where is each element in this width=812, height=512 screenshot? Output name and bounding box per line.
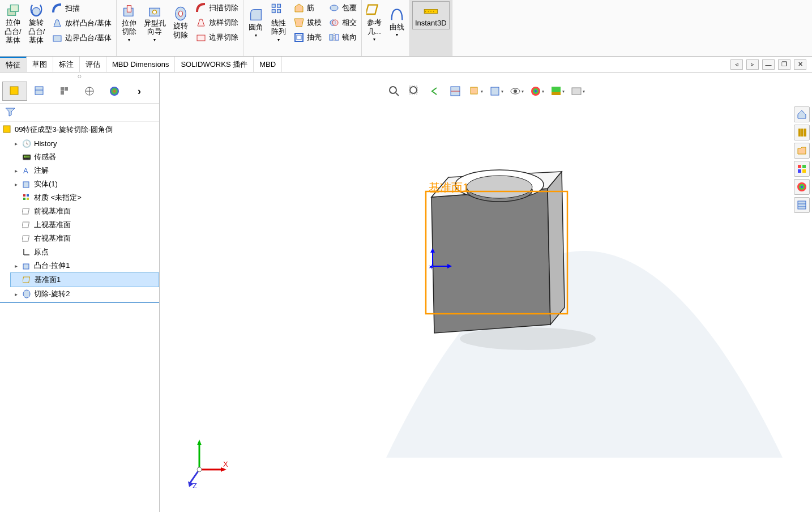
tab-annotate[interactable]: 标注 <box>53 57 80 72</box>
tree-history[interactable]: ▸🕓History <box>10 136 159 150</box>
tree-cut-revolve2[interactable]: ▸切除-旋转2 <box>10 287 159 301</box>
tree-annotations[interactable]: ▸A注解 <box>10 164 159 177</box>
previous-view-button[interactable] <box>428 84 442 99</box>
tree-material[interactable]: 材质 <未指定> <box>10 191 159 204</box>
shell-button[interactable]: 抽壳 <box>291 31 324 44</box>
view-palette-button[interactable] <box>794 161 810 177</box>
next-window-button[interactable]: ▹ <box>746 59 759 70</box>
configuration-tab[interactable] <box>52 82 77 101</box>
tree-top-plane[interactable]: 上视基准面 <box>10 218 159 232</box>
tab-evaluate[interactable]: 评估 <box>80 57 106 72</box>
svg-text:✶: ✶ <box>428 263 434 271</box>
feature-tree[interactable]: 09特征成型3-旋转切除-圆角倒 ▸🕓History 📟传感器 ▸A注解 ▸实体… <box>0 122 159 512</box>
display-manager-tab[interactable] <box>102 82 127 101</box>
fillet-button[interactable]: 圆角 ▾ <box>246 6 266 39</box>
feature-tree-tab[interactable] <box>2 82 27 101</box>
curves-icon <box>389 7 405 23</box>
extrude-cut-button[interactable]: 拉伸 切除 ▾ <box>119 2 139 44</box>
tab-features[interactable]: 特征 <box>0 57 27 72</box>
expand-icon[interactable]: ▸ <box>12 291 19 297</box>
expand-icon[interactable]: ▸ <box>12 140 19 147</box>
tree-front-plane-label: 前视基准面 <box>34 206 71 216</box>
tree-origin-label: 原点 <box>34 247 49 257</box>
apply-scene-button[interactable] <box>550 84 565 99</box>
tree-front-plane[interactable]: 前视基准面 <box>10 204 159 218</box>
filter-icon[interactable] <box>5 106 16 117</box>
boundary-cut-button[interactable]: 边界切除 <box>193 31 241 44</box>
linear-pattern-button[interactable]: 线性 阵列 ▾ <box>268 2 289 44</box>
ribbon-group-reference: 参考 几... ▾ 曲线 ▾ <box>362 0 410 56</box>
resources-button[interactable] <box>794 125 810 140</box>
view-orientation-button[interactable] <box>468 84 483 99</box>
mirror-label: 镜向 <box>342 32 357 42</box>
tab-solidworks-addins[interactable]: SOLIDWORKS 插件 <box>175 57 254 72</box>
extrude-boss-button[interactable]: 拉伸 凸台/ 基体 <box>2 1 24 46</box>
dropdown-arrow-icon: ▾ <box>396 32 398 38</box>
window-controls: ◃ ▹ — ❐ ✕ <box>730 59 812 70</box>
mirror-button[interactable]: 镜向 <box>326 31 359 44</box>
draft-button[interactable]: 拔模 <box>291 16 324 29</box>
dimxpert-icon <box>83 85 96 97</box>
expand-icon[interactable]: ▸ <box>12 181 19 187</box>
tree-right-plane[interactable]: 右视基准面 <box>10 232 159 245</box>
display-icon <box>108 85 121 97</box>
svg-rect-52 <box>23 277 29 283</box>
linear-pattern-icon <box>271 3 287 19</box>
dimxpert-tab[interactable] <box>77 82 102 101</box>
sweep-label: 扫描 <box>65 3 80 14</box>
maximize-button[interactable]: ❐ <box>778 59 790 70</box>
expand-icon[interactable]: ▸ <box>12 168 19 174</box>
revolve-cut-button[interactable]: 旋转 切除 <box>170 5 191 40</box>
svg-point-9 <box>178 11 182 16</box>
graphics-viewport[interactable]: ✶ 基准面1 Y X Z <box>160 72 812 512</box>
svg-rect-20 <box>330 35 333 40</box>
property-manager-tab[interactable] <box>27 82 52 101</box>
reference-geometry-button[interactable]: 参考 几... ▾ <box>364 1 384 44</box>
prev-window-button[interactable]: ◃ <box>730 59 743 70</box>
zoom-area-button[interactable] <box>407 84 422 99</box>
revolve-boss-button[interactable]: 旋转 凸台/ 基体 <box>26 1 48 46</box>
file-explorer-button[interactable] <box>794 143 810 159</box>
curves-button[interactable]: 曲线 ▾ <box>387 6 407 39</box>
boundary-cut-icon <box>195 32 207 43</box>
tree-solid-bodies[interactable]: ▸实体(1) <box>10 177 159 191</box>
section-view-button[interactable] <box>448 84 463 99</box>
panel-handle[interactable]: ○ <box>0 72 159 79</box>
expand-tab[interactable]: › <box>127 82 152 101</box>
intersect-button[interactable]: 相交 <box>326 16 359 29</box>
sweep-cut-button[interactable]: 扫描切除 <box>193 1 241 15</box>
svg-text:A: A <box>23 167 28 175</box>
tree-sensors[interactable]: 📟传感器 <box>10 150 159 164</box>
main-area: ○ › 09特征成型3-旋转切除-圆角倒 ▸🕓History 📟传感器 ▸A注解… <box>0 72 812 512</box>
tree-origin[interactable]: 原点 <box>10 245 159 259</box>
tree-root[interactable]: 09特征成型3-旋转切除-圆角倒 <box>0 123 159 136</box>
custom-properties-button[interactable] <box>794 197 810 213</box>
instant3d-button[interactable]: Instant3D <box>412 1 450 29</box>
tab-mbd-dimensions[interactable]: MBD Dimensions <box>106 57 175 72</box>
tab-mbd[interactable]: MBD <box>254 57 282 72</box>
sweep-button[interactable]: 扫描 <box>49 2 114 15</box>
minimize-button[interactable]: — <box>762 59 775 70</box>
home-button[interactable] <box>794 106 810 122</box>
wrap-button[interactable]: 包覆 <box>326 1 359 15</box>
boundary-boss-button[interactable]: 边界凸台/基体 <box>49 31 114 45</box>
draft-icon <box>293 17 305 28</box>
hide-show-button[interactable] <box>509 84 524 99</box>
display-style-button[interactable] <box>489 84 503 99</box>
tree-boss-extrude1[interactable]: ▸凸台-拉伸1 <box>10 259 159 272</box>
zoom-fit-button[interactable] <box>387 84 401 99</box>
svg-rect-92 <box>804 129 806 136</box>
view-triad[interactable]: Y X Z <box>182 438 228 489</box>
close-button[interactable]: ✕ <box>794 59 806 70</box>
rib-button[interactable]: 筋 <box>291 1 324 15</box>
hole-wizard-button[interactable]: 异型孔 向导 ▾ <box>142 2 168 44</box>
tab-sketch[interactable]: 草图 <box>27 57 53 72</box>
appearances-button[interactable] <box>794 179 810 195</box>
view-settings-button[interactable] <box>570 84 585 99</box>
loft-boss-button[interactable]: 放样凸台/基体 <box>49 16 114 30</box>
expand-icon[interactable]: ▸ <box>12 263 19 269</box>
svg-rect-93 <box>798 165 801 168</box>
edit-appearance-button[interactable] <box>529 84 544 99</box>
tree-plane1[interactable]: 基准面1 <box>10 272 159 287</box>
loft-cut-button[interactable]: 放样切除 <box>193 16 241 29</box>
